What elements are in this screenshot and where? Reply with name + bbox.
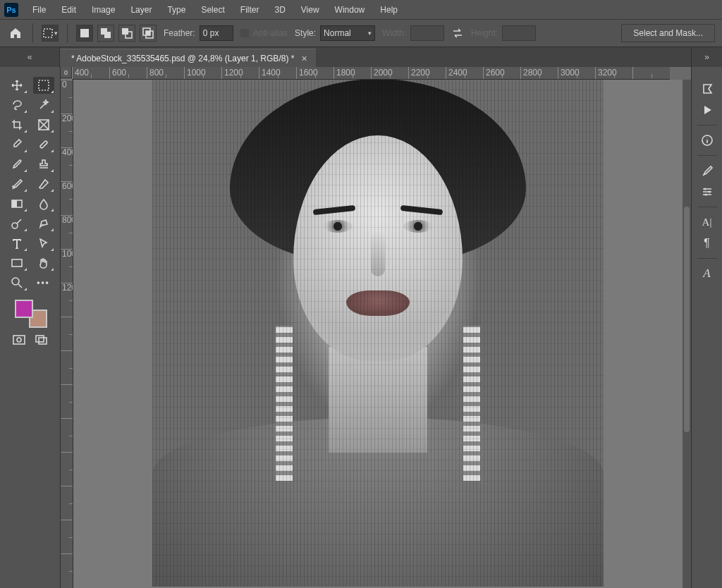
menu-bar: Ps File Edit Image Layer Type Select Fil… <box>0 0 722 19</box>
dodge-icon <box>11 217 23 230</box>
canvas[interactable] <box>73 80 683 588</box>
document-tab[interactable]: * AdobeStock_335535465.psd @ 24,8% (Laye… <box>60 49 316 67</box>
glyphs-panel-button[interactable]: A <box>697 263 718 284</box>
style-label: Style: <box>295 28 316 38</box>
scrollbar-vertical[interactable] <box>683 80 691 588</box>
gradient-icon <box>11 197 23 210</box>
chevron-down-icon: ▾ <box>54 30 58 37</box>
svg-rect-17 <box>13 336 25 344</box>
quick-mask-button[interactable] <box>13 335 25 345</box>
canvas-area: 0 40060080010001200140016001800200022002… <box>60 67 691 588</box>
collapse-right-panels[interactable]: » <box>691 47 722 67</box>
paragraph-panel-icon: ¶ <box>704 237 710 250</box>
history-panel-icon <box>701 82 714 95</box>
menu-view[interactable]: View <box>294 2 326 18</box>
edit-toolbar[interactable]: ••• <box>33 274 54 291</box>
info-panel-button[interactable] <box>697 130 718 151</box>
eraser-tool[interactable] <box>33 176 54 192</box>
menu-window[interactable]: Window <box>328 2 372 18</box>
selection-mode-group <box>76 25 157 42</box>
pen-tool[interactable] <box>33 215 54 232</box>
menu-edit[interactable]: Edit <box>54 2 83 18</box>
new-selection-button[interactable] <box>76 25 93 42</box>
gradient-tool[interactable] <box>6 195 27 212</box>
intersect-selection-button[interactable] <box>140 25 157 42</box>
int-sel-icon <box>142 27 154 39</box>
ruler-origin[interactable]: 0 <box>61 67 72 78</box>
feather-input[interactable] <box>200 25 233 41</box>
scrollbar-thumb[interactable] <box>684 207 690 432</box>
close-document-button[interactable]: × <box>301 53 307 64</box>
hand-icon <box>37 257 50 269</box>
ruler-horizontal[interactable]: 4006008001000120014001600180020002200240… <box>72 67 670 80</box>
stamp-icon <box>37 158 50 171</box>
anti-alias-label: Anti-alias <box>253 28 288 38</box>
canvas-image <box>152 80 604 587</box>
droplet-icon <box>37 197 50 210</box>
healing-tool[interactable] <box>33 136 54 153</box>
ruler-vertical[interactable]: 0 20040060080010001200 <box>61 80 73 588</box>
menu-help[interactable]: Help <box>373 2 405 18</box>
type-tool[interactable] <box>6 235 27 252</box>
height-field: Height: <box>471 25 536 41</box>
move-tool[interactable] <box>6 77 27 94</box>
tool-preset-marquee[interactable]: ▾ <box>42 25 59 42</box>
actions-panel-button[interactable] <box>697 99 718 121</box>
chevron-down-icon: ▾ <box>368 30 372 37</box>
quick-select-tool[interactable] <box>33 97 54 114</box>
menu-file[interactable]: File <box>25 2 53 18</box>
adjustments-panel-icon <box>701 185 714 198</box>
menu-type[interactable]: Type <box>160 2 192 18</box>
character-panel-button[interactable]: A| <box>697 212 718 233</box>
history-brush-tool[interactable] <box>6 176 27 192</box>
right-panel-dock: A| ¶ A <box>691 67 722 588</box>
marquee-tool[interactable] <box>33 77 54 94</box>
style-select[interactable]: Normal ▾ <box>320 25 375 41</box>
app-icon: Ps <box>4 3 18 17</box>
crop-tool[interactable] <box>6 116 27 133</box>
menu-select[interactable]: Select <box>194 2 231 18</box>
select-and-mask-button[interactable]: Select and Mask... <box>621 24 715 42</box>
workspace: ••• 0 4006008001000120014001600180020002… <box>0 67 722 588</box>
brush-panel-button[interactable] <box>697 160 718 181</box>
stamp-tool[interactable] <box>33 156 54 173</box>
type-icon <box>11 237 23 250</box>
svg-point-22 <box>704 188 706 190</box>
move-icon <box>11 79 23 92</box>
pen-icon <box>37 217 50 230</box>
history-panel-button[interactable] <box>697 78 718 99</box>
options-bar: ▾ Feather: Anti-alias Style: Normal ▾ Wi… <box>0 19 722 47</box>
rectangle-tool[interactable] <box>6 255 27 271</box>
svg-point-14 <box>12 223 18 228</box>
hand-tool[interactable] <box>33 255 54 271</box>
frame-icon <box>37 118 50 131</box>
lasso-tool[interactable] <box>6 97 27 114</box>
toolbox: ••• <box>0 67 60 588</box>
adjustments-panel-button[interactable] <box>697 181 718 202</box>
foreground-swatch[interactable] <box>15 300 33 318</box>
add-selection-button[interactable] <box>97 25 114 42</box>
document-tab-title: * AdobeStock_335535465.psd @ 24,8% (Laye… <box>71 54 294 63</box>
blur-tool[interactable] <box>33 195 54 212</box>
path-select-tool[interactable] <box>33 235 54 252</box>
menu-image[interactable]: Image <box>85 2 122 18</box>
screen-mode-button[interactable] <box>35 335 48 345</box>
eyedropper-tool[interactable] <box>6 136 27 153</box>
color-swatches[interactable] <box>13 300 47 328</box>
brush-tool[interactable] <box>6 156 27 173</box>
bandaid-icon <box>37 138 50 151</box>
menu-layer[interactable]: Layer <box>123 2 159 18</box>
zoom-tool[interactable] <box>6 274 27 291</box>
svg-rect-3 <box>104 32 111 38</box>
dodge-tool[interactable] <box>6 215 27 232</box>
paragraph-panel-button[interactable]: ¶ <box>697 233 718 254</box>
home-button[interactable] <box>7 25 24 42</box>
frame-tool[interactable] <box>33 116 54 133</box>
width-field: Width: <box>382 25 444 41</box>
collapse-left-panels[interactable]: « <box>0 47 60 67</box>
menu-3d[interactable]: 3D <box>267 2 292 18</box>
swap-dimensions-icon <box>451 27 464 39</box>
menu-filter[interactable]: Filter <box>233 2 267 18</box>
subtract-selection-button[interactable] <box>118 25 135 42</box>
character-panel-icon: A| <box>702 216 712 228</box>
